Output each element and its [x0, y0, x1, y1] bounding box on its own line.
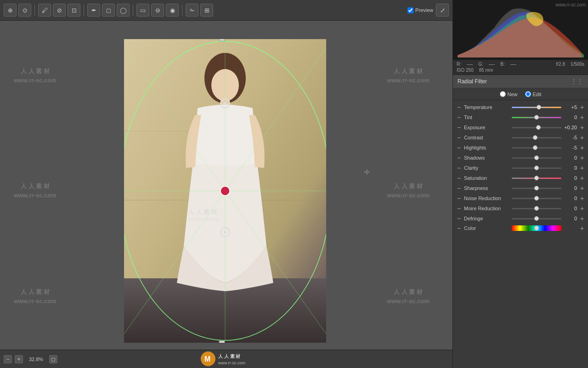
g-label: G:	[478, 62, 483, 67]
slider-plus-1[interactable]: +	[579, 114, 585, 121]
edit-radio-label[interactable]: Edit	[525, 91, 542, 97]
slider-value-10: 0	[563, 206, 577, 211]
slider-row-tint: − Tint 0 +	[453, 112, 588, 122]
slider-thumb-0[interactable]	[537, 105, 541, 109]
tool-rect[interactable]: ▭	[136, 4, 149, 17]
slider-minus-11[interactable]: −	[456, 215, 462, 222]
new-radio-label[interactable]: New	[500, 91, 518, 97]
slider-value-5: 0	[563, 155, 577, 161]
b-label: B:	[500, 62, 504, 67]
slider-plus-11[interactable]: +	[579, 215, 585, 222]
preview-checkbox[interactable]	[407, 7, 413, 13]
slider-label-4: Highlights	[464, 145, 510, 150]
photo-container: 人 人 素 材 www.rr-sc.com	[124, 39, 326, 343]
slider-thumb-4[interactable]	[533, 145, 537, 150]
slider-track-wrap-4[interactable]	[512, 144, 561, 151]
slider-track-wrap-9[interactable]	[512, 195, 561, 202]
color-thumb[interactable]	[534, 226, 539, 230]
tool-straighten[interactable]: ⊞	[200, 4, 213, 17]
zoom-in-btn[interactable]: +	[15, 355, 23, 363]
rgb-row: R: ---- G: ---- B: ---- f/2.8 1/500s	[457, 62, 584, 67]
photo-image[interactable]: 人 人 素 材 www.rr-sc.com	[124, 39, 326, 343]
slider-row-noise-reduction: − Noise Reduction 0 +	[453, 193, 588, 203]
slider-plus-4[interactable]: +	[579, 144, 585, 151]
tool-pencil[interactable]: 🖊	[38, 4, 51, 17]
slider-plus-0[interactable]: +	[579, 104, 585, 110]
sliders-panel: − Temperature +5 + − Tint 0	[453, 100, 588, 334]
slider-plus-10[interactable]: +	[579, 205, 585, 212]
slider-minus-12[interactable]: −	[456, 225, 462, 231]
slider-minus-5[interactable]: −	[456, 155, 462, 161]
slider-label-12: Color	[464, 225, 510, 231]
slider-thumb-11[interactable]	[534, 216, 539, 221]
preview-checkbox-label[interactable]: Preview	[407, 7, 433, 13]
slider-minus-0[interactable]: −	[456, 104, 462, 110]
slider-thumb-9[interactable]	[534, 196, 539, 201]
slider-plus-2[interactable]: +	[579, 124, 585, 131]
histogram-watermark: www.rr-sc.com	[555, 2, 586, 7]
watermark-tl: 人 人 素 材www.rr-sc.com	[14, 67, 57, 85]
slider-minus-6[interactable]: −	[456, 165, 462, 171]
slider-thumb-7[interactable]	[534, 176, 539, 180]
histogram-chart	[453, 0, 588, 60]
slider-plus-3[interactable]: +	[579, 134, 585, 141]
slider-label-11: Defringe	[464, 216, 510, 221]
tool-oval[interactable]: ⊖	[151, 4, 164, 17]
slider-thumb-8[interactable]	[534, 186, 539, 190]
slider-minus-7[interactable]: −	[456, 175, 462, 181]
slider-track-wrap-11[interactable]	[512, 215, 561, 222]
slider-row-temperature: − Temperature +5 +	[453, 102, 588, 112]
slider-plus-9[interactable]: +	[579, 195, 585, 201]
tool-brush[interactable]: ⊘	[53, 4, 66, 17]
tool-target[interactable]: ⊡	[68, 4, 80, 17]
r-value: ----	[467, 62, 473, 67]
slider-track-wrap-2[interactable]	[512, 124, 561, 131]
slider-minus-4[interactable]: −	[456, 144, 462, 151]
zoom-out-btn[interactable]: −	[4, 355, 12, 363]
slider-thumb-10[interactable]	[534, 206, 539, 211]
slider-plus-12[interactable]: +	[579, 225, 585, 231]
slider-track-wrap-7[interactable]	[512, 174, 561, 182]
slider-track-3	[512, 137, 561, 138]
color-track[interactable]	[512, 225, 561, 231]
slider-thumb-6[interactable]	[534, 166, 539, 170]
slider-plus-5[interactable]: +	[579, 155, 585, 161]
slider-thumb-5[interactable]	[534, 155, 539, 160]
slider-plus-7[interactable]: +	[579, 175, 585, 181]
slider-minus-1[interactable]: −	[456, 114, 462, 121]
slider-thumb-3[interactable]	[533, 135, 537, 140]
slider-track-wrap-5[interactable]	[512, 154, 561, 161]
slider-thumb-2[interactable]	[536, 125, 541, 130]
tool-eraser[interactable]: ✒	[87, 4, 100, 17]
slider-track-8	[512, 188, 561, 189]
preview-options-btn[interactable]: ⤢	[436, 4, 449, 17]
edit-radio[interactable]	[525, 91, 531, 97]
zoom-fit-btn[interactable]: ◻	[49, 355, 57, 363]
bottom-toolbar: − + 32.8% ◻	[0, 350, 452, 368]
slider-plus-8[interactable]: +	[579, 185, 585, 191]
slider-track-wrap-6[interactable]	[512, 164, 561, 172]
panel-menu-icon[interactable]: ⋮⋮	[571, 78, 583, 85]
slider-minus-2[interactable]: −	[456, 124, 462, 131]
new-radio[interactable]	[500, 91, 506, 97]
slider-label-0: Temperature	[464, 104, 510, 110]
slider-thumb-1[interactable]	[534, 115, 539, 120]
slider-plus-6[interactable]: +	[579, 165, 585, 171]
slider-track-10	[512, 208, 561, 209]
slider-track-wrap-8[interactable]	[512, 184, 561, 192]
slider-track-wrap-1[interactable]	[512, 114, 561, 121]
slider-minus-3[interactable]: −	[456, 134, 462, 141]
slider-track-wrap-10[interactable]	[512, 205, 561, 212]
tool-crop[interactable]: ✁	[186, 4, 198, 17]
slider-minus-9[interactable]: −	[456, 195, 462, 201]
slider-track-wrap-0[interactable]	[512, 104, 561, 111]
slider-minus-10[interactable]: −	[456, 205, 462, 212]
tool-lasso[interactable]: ⊙	[18, 4, 31, 17]
slider-track-wrap-3[interactable]	[512, 134, 561, 141]
slider-minus-8[interactable]: −	[456, 185, 462, 191]
tool-clone[interactable]: ◻	[102, 4, 115, 17]
slider-row-moire-reduction: − Moire Reduction 0 +	[453, 203, 588, 213]
tool-radial[interactable]: ◉	[166, 4, 179, 17]
tool-heal[interactable]: ◯	[117, 4, 130, 17]
tool-select[interactable]: ⊕	[4, 4, 17, 17]
